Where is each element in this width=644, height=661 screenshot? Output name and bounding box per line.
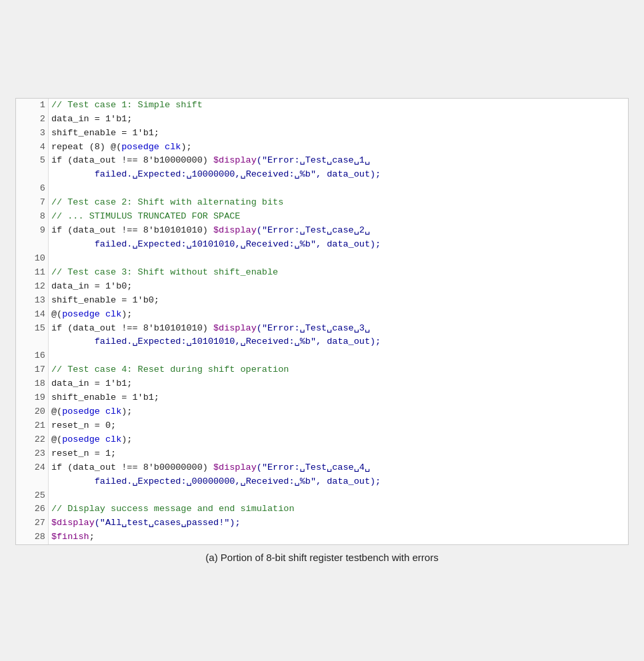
code-line: reset_n = 1; [48, 447, 628, 461]
line-number: 17 [16, 363, 48, 377]
table-row: 12data_in = 1'b0; [16, 280, 628, 294]
table-row: 27$display("All␣test␣cases␣passed!"); [16, 516, 628, 530]
code-line: @(posedge clk); [48, 433, 628, 447]
table-row: 15if (data_out !== 8'b10101010) $display… [16, 322, 628, 336]
code-line [48, 252, 628, 266]
code-table: 1// Test case 1: Simple shift2data_in = … [16, 99, 628, 545]
code-line: if (data_out !== 8'b10101010) $display("… [48, 322, 628, 336]
line-number: 21 [16, 419, 48, 433]
code-line: $finish; [48, 530, 628, 544]
table-row: failed.␣Expected:␣10101010,␣Received:␣%b… [16, 238, 628, 252]
code-line: reset_n = 0; [48, 419, 628, 433]
table-row: 7// Test case 2: Shift with alternating … [16, 196, 628, 210]
table-row: 2data_in = 1'b1; [16, 113, 628, 127]
code-line: repeat (8) @(posedge clk); [48, 141, 628, 155]
table-row: 19shift_enable = 1'b1; [16, 391, 628, 405]
table-row: 22@(posedge clk); [16, 433, 628, 447]
line-number: 23 [16, 447, 48, 461]
table-row: 21reset_n = 0; [16, 419, 628, 433]
code-line: // Test case 4: Reset during shift opera… [48, 363, 628, 377]
code-line: shift_enable = 1'b1; [48, 127, 628, 141]
code-line: // Test case 2: Shift with alternating b… [48, 196, 628, 210]
line-number: 9 [16, 224, 48, 238]
table-row: 6 [16, 182, 628, 196]
code-line: @(posedge clk); [48, 405, 628, 419]
code-line: shift_enable = 1'b1; [48, 391, 628, 405]
table-row: 4repeat (8) @(posedge clk); [16, 141, 628, 155]
table-row: 9if (data_out !== 8'b10101010) $display(… [16, 224, 628, 238]
line-number: 1 [16, 99, 48, 113]
line-number: 3 [16, 127, 48, 141]
code-line: // ... STIMULUS TRUNCATED FOR SPACE [48, 210, 628, 224]
line-number: 26 [16, 502, 48, 516]
code-line: // Display success message and end simul… [48, 502, 628, 516]
code-line: data_in = 1'b0; [48, 280, 628, 294]
code-line [48, 489, 628, 503]
code-line: data_in = 1'b1; [48, 377, 628, 391]
table-row: 25 [16, 489, 628, 503]
line-number [16, 168, 48, 182]
line-number: 4 [16, 141, 48, 155]
code-line [48, 349, 628, 363]
line-number: 28 [16, 530, 48, 544]
code-line: // Test case 1: Simple shift [48, 99, 628, 113]
table-row: 10 [16, 252, 628, 266]
table-row: 20@(posedge clk); [16, 405, 628, 419]
table-row: 14@(posedge clk); [16, 308, 628, 322]
table-row: failed.␣Expected:␣00000000,␣Received:␣%b… [16, 475, 628, 489]
table-row: 17// Test case 4: Reset during shift ope… [16, 363, 628, 377]
line-number: 27 [16, 516, 48, 530]
code-line [48, 182, 628, 196]
figure-caption: (a) Portion of 8-bit shift register test… [205, 552, 438, 563]
table-row: failed.␣Expected:␣10101010,␣Received:␣%b… [16, 335, 628, 349]
line-number: 2 [16, 113, 48, 127]
line-number: 14 [16, 308, 48, 322]
table-row: 16 [16, 349, 628, 363]
line-number: 6 [16, 182, 48, 196]
line-number [16, 238, 48, 252]
table-row: 28$finish; [16, 530, 628, 544]
table-row: 24if (data_out !== 8'b00000000) $display… [16, 461, 628, 475]
line-number: 18 [16, 377, 48, 391]
line-number: 8 [16, 210, 48, 224]
line-number: 20 [16, 405, 48, 419]
page-container: 1// Test case 1: Simple shift2data_in = … [0, 0, 644, 661]
code-line: if (data_out !== 8'b00000000) $display("… [48, 461, 628, 475]
line-number: 5 [16, 154, 48, 168]
table-row: 1// Test case 1: Simple shift [16, 99, 628, 113]
table-row: 13shift_enable = 1'b0; [16, 294, 628, 308]
code-line: failed.␣Expected:␣10000000,␣Received:␣%b… [48, 168, 628, 182]
table-row: 8// ... STIMULUS TRUNCATED FOR SPACE [16, 210, 628, 224]
line-number: 24 [16, 461, 48, 475]
code-line: $display("All␣test␣cases␣passed!"); [48, 516, 628, 530]
code-line: shift_enable = 1'b0; [48, 294, 628, 308]
line-number: 11 [16, 266, 48, 280]
line-number: 13 [16, 294, 48, 308]
code-line: failed.␣Expected:␣10101010,␣Received:␣%b… [48, 238, 628, 252]
table-row: 3shift_enable = 1'b1; [16, 127, 628, 141]
code-line: data_in = 1'b1; [48, 113, 628, 127]
line-number: 22 [16, 433, 48, 447]
line-number: 10 [16, 252, 48, 266]
line-number [16, 335, 48, 349]
table-row: 23reset_n = 1; [16, 447, 628, 461]
table-row: 5if (data_out !== 8'b10000000) $display(… [16, 154, 628, 168]
line-number: 7 [16, 196, 48, 210]
code-line: failed.␣Expected:␣10101010,␣Received:␣%b… [48, 335, 628, 349]
code-line: if (data_out !== 8'b10000000) $display("… [48, 154, 628, 168]
line-number: 19 [16, 391, 48, 405]
table-row: failed.␣Expected:␣10000000,␣Received:␣%b… [16, 168, 628, 182]
table-row: 11// Test case 3: Shift without shift_en… [16, 266, 628, 280]
code-line: if (data_out !== 8'b10101010) $display("… [48, 224, 628, 238]
table-row: 18data_in = 1'b1; [16, 377, 628, 391]
table-row: 26// Display success message and end sim… [16, 502, 628, 516]
line-number: 25 [16, 489, 48, 503]
code-line: failed.␣Expected:␣00000000,␣Received:␣%b… [48, 475, 628, 489]
line-number: 12 [16, 280, 48, 294]
line-number [16, 475, 48, 489]
line-number: 15 [16, 322, 48, 336]
code-line: @(posedge clk); [48, 308, 628, 322]
code-block: 1// Test case 1: Simple shift2data_in = … [15, 98, 629, 546]
code-line: // Test case 3: Shift without shift_enab… [48, 266, 628, 280]
line-number: 16 [16, 349, 48, 363]
